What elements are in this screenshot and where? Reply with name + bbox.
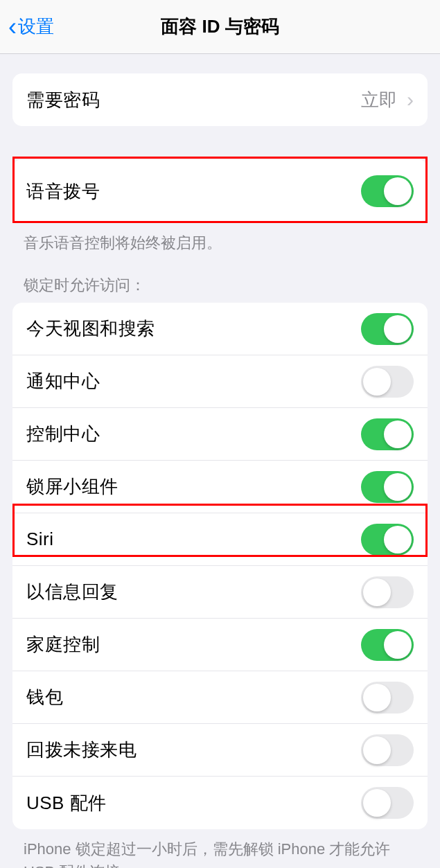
voice-dial-row: 语音拨号 [12,159,428,223]
chevron-right-icon: › [407,88,414,112]
require-passcode-row[interactable]: 需要密码 立即 › [12,73,428,126]
locked-access-label: 钱包 [26,685,63,709]
nav-header: ‹ 设置 面容 ID 与密码 [0,0,440,54]
toggle-knob [384,526,412,553]
locked-access-label: 以信息回复 [26,580,118,604]
toggle-knob [363,368,391,396]
toggle-knob [384,420,412,448]
require-passcode-label: 需要密码 [26,88,100,112]
back-button[interactable]: ‹ 设置 [0,15,54,39]
locked-access-row: 锁屏小组件 [12,461,428,513]
locked-access-toggle[interactable] [361,576,414,608]
locked-access-label: 通知中心 [26,369,100,393]
voice-dial-footer: 音乐语音控制将始终被启用。 [0,223,440,254]
toggle-knob [384,473,412,501]
toggle-knob [384,177,412,205]
locked-access-row: 以信息回复 [12,566,428,619]
locked-access-toggle[interactable] [361,366,414,398]
locked-access-toggle[interactable] [361,418,414,450]
locked-access-row: USB 配件 [12,777,428,829]
locked-access-toggle[interactable] [361,313,414,345]
locked-access-row: 通知中心 [12,355,428,408]
locked-access-row: 钱包 [12,671,428,724]
locked-access-row: 回拨未接来电 [12,724,428,777]
locked-access-footer: iPhone 锁定超过一小时后，需先解锁 iPhone 才能允许USB 配件连接… [0,829,440,868]
back-label: 设置 [18,15,54,39]
require-passcode-value: 立即 [361,88,397,112]
locked-access-label: 家庭控制 [26,632,100,657]
locked-access-row: Siri [12,513,428,566]
page-title: 面容 ID 与密码 [161,15,279,39]
locked-access-header: 锁定时允许访问： [0,254,440,303]
locked-access-toggle[interactable] [361,629,414,661]
locked-access-toggle[interactable] [361,787,414,819]
locked-access-toggle[interactable] [361,524,414,556]
toggle-knob [384,631,412,659]
locked-access-row: 今天视图和搜索 [12,303,428,355]
passcode-group: 需要密码 立即 › [12,73,428,126]
toggle-knob [363,789,391,817]
locked-access-label: 控制中心 [26,422,100,446]
locked-access-toggle[interactable] [361,682,414,714]
locked-access-label: 今天视图和搜索 [26,317,155,341]
require-passcode-value-wrap: 立即 › [361,88,414,112]
locked-access-row: 控制中心 [12,408,428,461]
locked-access-group: 今天视图和搜索通知中心控制中心锁屏小组件Siri以信息回复家庭控制钱包回拨未接来… [12,303,428,829]
toggle-knob [384,315,412,343]
locked-access-label: USB 配件 [26,791,107,815]
toggle-knob [363,578,391,606]
locked-access-label: 锁屏小组件 [26,475,118,499]
toggle-knob [363,684,391,711]
voice-dial-toggle[interactable] [361,175,414,207]
chevron-left-icon: ‹ [8,15,17,39]
toggle-knob [363,736,391,764]
voice-dial-label: 语音拨号 [26,179,100,204]
locked-access-label: Siri [26,529,54,550]
locked-access-toggle[interactable] [361,471,414,503]
locked-access-label: 回拨未接来电 [26,738,137,762]
locked-access-toggle[interactable] [361,734,414,766]
voice-dial-group: 语音拨号 [12,159,428,223]
locked-access-row: 家庭控制 [12,619,428,671]
